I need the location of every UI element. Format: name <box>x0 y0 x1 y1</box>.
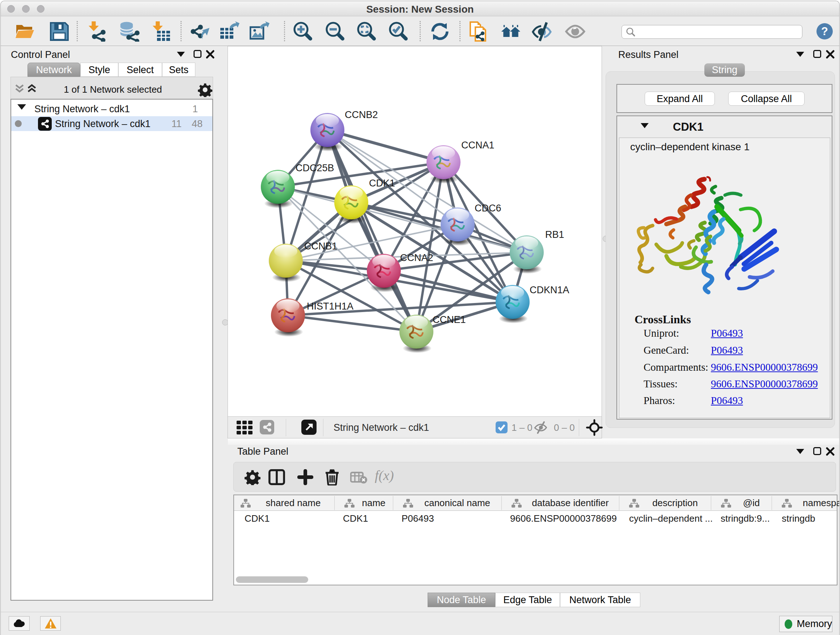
svg-text:RB1: RB1 <box>545 229 564 240</box>
svg-text:HIST1H1A: HIST1H1A <box>307 301 354 312</box>
svg-text:CDKN1A: CDKN1A <box>530 285 569 295</box>
svg-text:CDC25B: CDC25B <box>295 163 334 173</box>
svg-text:CCNA1: CCNA1 <box>461 140 494 150</box>
svg-text:CCNE1: CCNE1 <box>433 314 466 325</box>
svg-text:CDK1: CDK1 <box>369 178 395 188</box>
svg-text:CCNB2: CCNB2 <box>345 109 378 120</box>
svg-text:CCNB1: CCNB1 <box>304 241 338 252</box>
svg-text:CDC6: CDC6 <box>475 203 501 214</box>
svg-text:CCNA2: CCNA2 <box>400 252 433 263</box>
